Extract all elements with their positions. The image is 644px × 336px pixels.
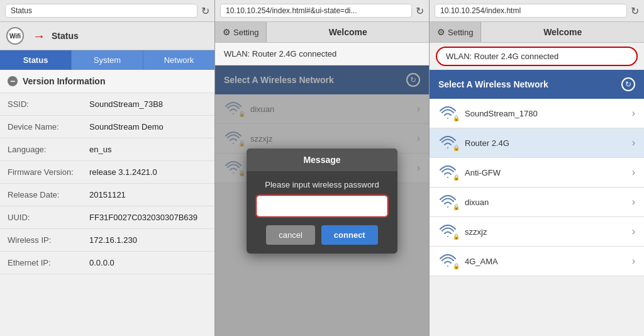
address-input-3[interactable]: 10.10.10.254/index.html (435, 4, 627, 18)
gear-icon-2: ⚙ (223, 27, 231, 37)
val-device: SoundStream Demo (82, 116, 214, 138)
tab-system[interactable]: System (72, 50, 143, 70)
wifi-signal-icon: 🔒 (438, 136, 457, 150)
wifi-signal-icon: 🔒 (438, 225, 457, 238)
collapse-icon[interactable]: − (8, 76, 18, 86)
table-row: Ethernet IP: 0.0.0.0 (0, 252, 214, 274)
lock-icon: 🔒 (453, 145, 460, 151)
status-label: Status (52, 31, 79, 41)
wireless-label-3: Select A Wireless Network (438, 79, 548, 89)
refresh-icon-2[interactable]: ↻ (416, 5, 424, 17)
key-eip: Ethernet IP: (0, 252, 82, 274)
network-dixuan-3[interactable]: 🔒 dixuan › (430, 188, 644, 217)
refresh-icon-3[interactable]: ↻ (631, 5, 639, 17)
modal-overlay: Message Please input wireless password c… (215, 65, 429, 336)
modal-body: Please input wireless password cancel co… (247, 171, 397, 254)
network-name: Anti-GFW (465, 168, 625, 177)
network-router-24g[interactable]: 🔒 Router 2.4G › (430, 128, 644, 158)
connect-button[interactable]: connect (321, 225, 378, 245)
network-name: Router 2.4G (465, 138, 625, 148)
info-table: SSID: SoundStream_73B8 Device Name: Soun… (0, 93, 214, 274)
val-lang: en_us (82, 138, 214, 161)
chevron-icon: › (632, 167, 635, 178)
network-szzxjz-3[interactable]: 🔒 szzxjz › (430, 217, 644, 247)
modal-title: Message (247, 148, 397, 171)
cancel-button[interactable]: cancel (266, 225, 315, 245)
address-bar-1: Status ↻ (0, 0, 214, 22)
setting-button-3[interactable]: ⚙ Setting (430, 22, 481, 42)
network-name: 4G_AMA (465, 257, 625, 266)
val-ssid: SoundStream_73B8 (82, 93, 214, 116)
modal-box: Message Please input wireless password c… (247, 148, 397, 254)
key-uuid: UUID: (0, 206, 82, 229)
tab-network[interactable]: Network (143, 50, 214, 70)
modal-prompt: Please input wireless password (257, 180, 387, 189)
chevron-icon: › (632, 226, 635, 237)
wlan-status-2: WLAN: Router 2.4G connected (215, 43, 429, 65)
chevron-icon: › (632, 255, 635, 267)
chevron-icon: › (632, 137, 635, 148)
table-row: Release Date: 20151121 (0, 184, 214, 206)
network-list-3: 🔒 SoundStream_1780 › 🔒 Router 2.4G › (430, 99, 644, 336)
table-row: SSID: SoundStream_73B8 (0, 93, 214, 116)
val-uuid: FF31F0027C032030307B639 (82, 206, 214, 229)
version-section-header: − Version Information (0, 70, 214, 93)
address-input-2[interactable]: 10.10.10.254/index.html#&ui-state=di... (220, 4, 412, 18)
network-name: szzxjz (465, 227, 625, 237)
address-bar-2: 10.10.10.254/index.html#&ui-state=di... … (215, 0, 429, 22)
panel2-content: Select A Wireless Network ↻ 🔒 dixuan › (215, 65, 429, 336)
network-4g-ama-3[interactable]: 🔒 4G_AMA › (430, 247, 644, 276)
wifi-signal-icon: 🔒 (438, 195, 457, 209)
password-input[interactable] (257, 196, 387, 216)
lock-icon: 🔒 (453, 115, 460, 121)
p2-header: ⚙ Setting Welcome (215, 22, 429, 43)
wlan-status-3: WLAN: Router 2.4G connected (436, 47, 638, 66)
modal-buttons: cancel connect (257, 225, 387, 245)
setting-label-3: Setting (448, 28, 473, 37)
lock-icon: 🔒 (453, 233, 460, 240)
table-row: Wireless IP: 172.16.1.230 (0, 229, 214, 252)
wifi-signal-icon: 🔒 (438, 106, 457, 120)
setting-label-2: Setting (233, 28, 258, 37)
val-fw: release 3.1.2421.0 (82, 161, 214, 184)
panel-status: Status ↻ Wifi → Status Status System Net… (0, 0, 215, 336)
version-info-label: Version Information (23, 76, 105, 86)
welcome-label-3: Welcome (481, 22, 644, 42)
chevron-icon: › (632, 196, 635, 208)
val-wip: 172.16.1.230 (82, 229, 214, 252)
lock-icon: 🔒 (453, 263, 460, 269)
network-name: dixuan (465, 198, 625, 207)
setting-button-2[interactable]: ⚙ Setting (215, 22, 267, 42)
table-row: Firmware Version: release 3.1.2421.0 (0, 161, 214, 184)
panel-wireless-dialog: 10.10.10.254/index.html#&ui-state=di... … (215, 0, 430, 336)
table-row: Device Name: SoundStream Demo (0, 116, 214, 138)
p3-header: ⚙ Setting Welcome (430, 22, 644, 43)
val-eip: 0.0.0.0 (82, 252, 214, 274)
arrow-icon: → (33, 29, 45, 43)
gear-icon-3: ⚙ (437, 27, 445, 37)
key-device: Device Name: (0, 116, 82, 138)
table-row: UUID: FF31F0027C032030307B639 (0, 206, 214, 229)
wifi-badge[interactable]: Wifi (6, 27, 24, 45)
network-soundstream-1780[interactable]: 🔒 SoundStream_1780 › (430, 99, 644, 128)
p1-topbar: Wifi → Status (0, 22, 214, 50)
address-input-1[interactable]: Status (5, 4, 197, 18)
wireless-section-3: Select A Wireless Network ↻ (430, 70, 644, 99)
wifi-label: Wifi (9, 33, 21, 40)
tabs-row: Status System Network (0, 50, 214, 70)
network-name: SoundStream_1780 (465, 109, 625, 118)
key-wip: Wireless IP: (0, 229, 82, 252)
key-fw: Firmware Version: (0, 161, 82, 184)
address-bar-3: 10.10.10.254/index.html ↻ (430, 0, 644, 22)
lock-icon: 🔒 (453, 204, 460, 210)
val-release: 20151121 (82, 184, 214, 206)
wireless-refresh-3[interactable]: ↻ (621, 77, 635, 91)
lock-icon: 🔒 (453, 174, 460, 181)
network-anti-gfw[interactable]: 🔒 Anti-GFW › (430, 158, 644, 188)
key-release: Release Date: (0, 184, 82, 206)
table-row: Language: en_us (0, 138, 214, 161)
refresh-icon-1[interactable]: ↻ (201, 5, 209, 17)
tab-status[interactable]: Status (0, 50, 72, 70)
wifi-signal-icon: 🔒 (438, 165, 457, 179)
key-lang: Language: (0, 138, 82, 161)
